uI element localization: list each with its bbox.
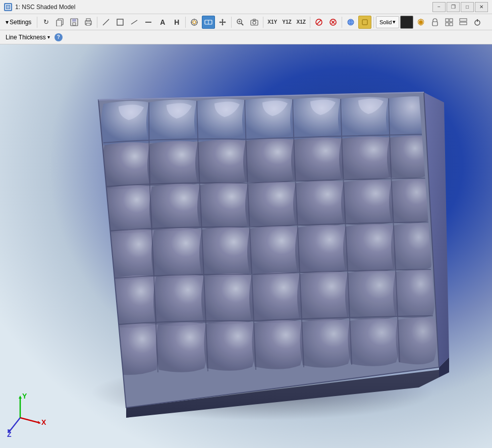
svg-line-12 [131,20,137,24]
svg-line-23 [241,23,243,25]
svg-rect-46 [460,19,467,21]
separator-8 [373,17,374,28]
svg-rect-6 [73,23,76,25]
solid-dropdown-arrow: ▾ [393,19,396,25]
svg-rect-42 [446,19,449,22]
svg-rect-47 [460,22,467,25]
svg-text:Z: Z [7,430,12,438]
svg-rect-9 [86,23,90,25]
grid-button[interactable] [443,16,456,29]
svg-text:X: X [41,418,46,426]
svg-point-40 [420,21,422,23]
print-button[interactable] [82,16,95,29]
draw-angled-button[interactable] [128,16,141,29]
svg-point-27 [253,21,256,24]
svg-rect-41 [432,22,438,26]
line-thickness-arrow: ▾ [47,34,50,40]
svg-rect-5 [72,19,76,22]
lock-button[interactable] [428,16,442,29]
draw-hline-button[interactable] [142,16,155,29]
move-button[interactable] [216,16,229,29]
help-button[interactable]: ? [54,33,63,41]
svg-rect-1 [7,6,10,9]
target-button[interactable] [188,16,201,29]
solid-dropdown[interactable]: Solid ▾ [376,16,399,28]
window-controls: − ❐ □ ✕ [432,2,488,12]
camera-button[interactable] [248,16,261,29]
svg-point-15 [193,21,196,24]
svg-rect-37 [362,19,368,25]
svg-line-30 [316,20,321,24]
no-circle-button[interactable] [312,16,325,29]
settings-label: Settings [10,19,31,26]
svg-rect-43 [450,19,453,22]
settings-button[interactable]: ▾ Settings [2,16,35,29]
separator-4 [231,17,232,28]
draw-rect-button[interactable] [114,16,127,29]
save-button[interactable] [68,16,81,29]
minimize-button[interactable]: − [432,2,446,12]
separator-2 [97,17,97,28]
box-button[interactable] [358,16,371,29]
axis-y1z-button[interactable]: Y1Z [280,17,293,28]
restore-button[interactable]: ❐ [447,2,460,12]
svg-line-10 [103,19,109,25]
axis-x1z-button[interactable]: X1Z [295,17,308,28]
gear-settings-button[interactable] [414,16,427,29]
separator-7 [342,17,342,28]
line-thickness-dropdown[interactable]: Line Thickness ▾ [3,32,52,42]
no-x-button[interactable] [326,16,340,29]
chevron-down-icon: ▾ [6,19,9,26]
help-icon-label: ? [57,34,60,40]
svg-rect-45 [450,23,453,26]
solid-label: Solid [379,19,392,25]
globe-button[interactable] [344,16,357,29]
axis-x1y-button[interactable]: X1Y [265,17,279,28]
svg-rect-44 [446,23,449,26]
line-thickness-label: Line Thickness [6,34,46,41]
3d-scene: Y X Z [0,44,492,448]
svg-rect-11 [117,19,123,25]
window-title: 1: NSC Shaded Model [15,4,75,11]
3d-viewport[interactable]: Y X Z [0,44,492,448]
maximize-button[interactable]: □ [461,2,474,12]
refresh-button[interactable]: ↻ [39,16,52,29]
power-button[interactable] [471,16,484,29]
main-toolbar: ▾ Settings ↻ A H X1Y Y1Z X [0,14,492,30]
color-swatch-button[interactable] [400,16,413,29]
svg-rect-3 [57,20,62,26]
zoom-button[interactable] [234,16,247,29]
layers-button[interactable] [457,16,470,29]
separator-1 [37,17,37,28]
secondary-toolbar: Line Thickness ▾ ? [0,30,492,44]
svg-text:Y: Y [22,392,27,400]
flip-button[interactable] [202,16,215,29]
window-icon [4,3,12,11]
text-h-button[interactable]: H [170,16,183,29]
separator-5 [263,17,263,28]
close-button[interactable]: ✕ [475,2,488,12]
separator-3 [185,17,186,28]
text-a-button[interactable]: A [156,16,169,29]
title-bar: 1: NSC Shaded Model − ❐ □ ✕ [0,0,492,14]
copy-button[interactable] [53,16,67,29]
separator-6 [310,17,310,28]
draw-line-button[interactable] [99,16,113,29]
